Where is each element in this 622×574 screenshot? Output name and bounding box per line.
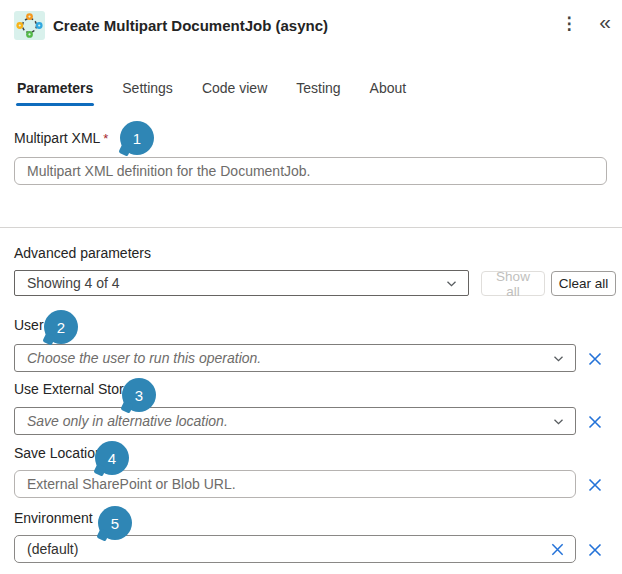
- remove-environment-parameter-icon[interactable]: [584, 539, 606, 561]
- show-all-button[interactable]: Show all: [481, 271, 545, 296]
- advanced-parameters-dropdown[interactable]: Showing 4 of 4: [14, 270, 469, 296]
- user-label: User: [14, 317, 44, 333]
- callout-badge-2: 2: [44, 310, 78, 344]
- more-options-icon[interactable]: ⋮: [556, 10, 582, 36]
- clear-environment-value-icon[interactable]: [546, 538, 568, 560]
- remove-save-location-parameter-icon[interactable]: [584, 474, 606, 496]
- advanced-parameters-selected: Showing 4 of 4: [27, 275, 437, 291]
- chevron-down-icon: [552, 352, 565, 365]
- environment-label: Environment: [14, 510, 93, 526]
- user-dropdown[interactable]: Choose the user to run this operation.: [14, 344, 576, 372]
- use-external-storage-dropdown[interactable]: Save only in alternative location.: [14, 407, 576, 435]
- connector-icon: [14, 11, 45, 40]
- tab-parameters[interactable]: Parameters: [16, 78, 94, 106]
- multipart-xml-input[interactable]: [14, 157, 607, 185]
- tab-testing[interactable]: Testing: [295, 78, 341, 106]
- multipart-xml-label: Multipart XML*: [14, 130, 108, 146]
- environment-input[interactable]: [14, 535, 576, 563]
- required-marker: *: [103, 131, 108, 146]
- chevron-down-icon: [552, 415, 565, 428]
- clear-all-button[interactable]: Clear all: [551, 271, 616, 296]
- tab-about[interactable]: About: [369, 78, 408, 106]
- advanced-parameters-label: Advanced parameters: [14, 245, 151, 261]
- callout-badge-5: 5: [98, 506, 132, 540]
- collapse-panel-icon[interactable]: «: [592, 10, 618, 36]
- chevron-down-icon: [445, 277, 458, 290]
- tab-settings[interactable]: Settings: [121, 78, 174, 106]
- use-external-storage-placeholder: Save only in alternative location.: [27, 413, 544, 429]
- remove-use-external-storage-parameter-icon[interactable]: [584, 411, 606, 433]
- tab-code-view[interactable]: Code view: [201, 78, 268, 106]
- remove-user-parameter-icon[interactable]: [584, 348, 606, 370]
- panel-title: Create Multipart DocumentJob (async): [53, 17, 328, 34]
- callout-badge-4: 4: [95, 441, 129, 475]
- callout-badge-1: 1: [120, 121, 154, 155]
- action-config-panel: Create Multipart DocumentJob (async) ⋮ «…: [0, 0, 622, 574]
- callout-badge-3: 3: [122, 378, 156, 412]
- tab-bar: Parameters Settings Code view Testing Ab…: [16, 78, 407, 106]
- save-location-label: Save Location: [14, 445, 103, 461]
- section-divider: [0, 227, 622, 228]
- user-placeholder: Choose the user to run this operation.: [27, 350, 544, 366]
